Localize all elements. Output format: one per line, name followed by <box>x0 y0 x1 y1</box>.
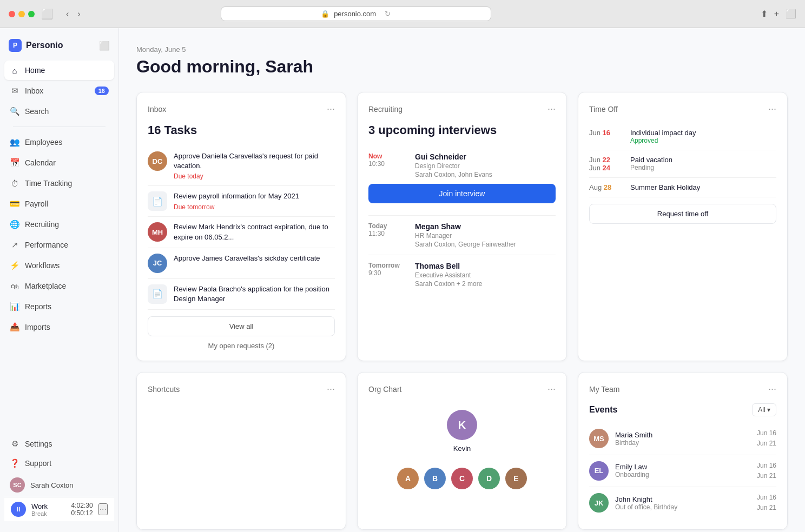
sidebar-label-support: Support <box>25 459 51 468</box>
org-chart-card-title: Org Chart <box>368 385 401 394</box>
event-date2-1: Jun 21 <box>757 438 776 449</box>
sidebar-item-marketplace[interactable]: 🛍 Marketplace <box>4 276 114 296</box>
interview-role-1: Design Director <box>415 162 492 170</box>
chevron-down-icon: ▾ <box>767 406 770 414</box>
timeoff-date-3: Aug 28 <box>589 183 622 191</box>
tabs-button[interactable]: ⬜ <box>786 9 796 19</box>
timeoff-item-3: Aug 28 Summer Bank Holiday <box>589 178 776 197</box>
sidebar-item-reports[interactable]: 📊 Reports <box>4 297 114 316</box>
event-dates-1: Jun 16 Jun 21 <box>757 428 776 449</box>
browser-chrome: ⬜ ‹ › 🔒 personio.com ↻ ⬆ + ⬜ <box>0 0 805 28</box>
open-requests-link[interactable]: My open requests (2) <box>148 342 335 350</box>
shortcuts-card-menu-button[interactable]: ··· <box>327 383 335 395</box>
timeoff-detail-1: Individual impact day Approved <box>630 129 776 144</box>
address-bar[interactable]: 🔒 personio.com ↻ <box>221 6 491 21</box>
tasks-count: 16 Tasks <box>148 123 335 137</box>
interview-details-2: Megan Shaw HR Manager Sarah Coxton, Geor… <box>415 222 516 248</box>
timeoff-card-title: Time Off <box>589 105 618 114</box>
interview-item-1: Now 10:30 Gui Schneider Design Director … <box>368 146 556 216</box>
sidebar-item-workflows[interactable]: ⚡ Workflows <box>4 256 114 275</box>
timeoff-detail-3: Summer Bank Holiday <box>630 183 776 191</box>
minimize-dot[interactable] <box>18 11 25 17</box>
forward-button[interactable]: › <box>75 7 82 21</box>
task-item-5[interactable]: 📄 Review Paola Bracho's application for … <box>148 279 335 310</box>
my-team-card-header: My Team ··· <box>589 383 776 395</box>
back-button[interactable]: ‹ <box>64 7 71 21</box>
timeoff-card-menu-button[interactable]: ··· <box>768 103 776 115</box>
sidebar: P Personio ⬜ ⌂ Home ✉ Inbox 16 🔍 Search … <box>0 28 119 532</box>
reload-icon[interactable]: ↻ <box>385 10 391 18</box>
task-item-2[interactable]: 📄 Review payroll information for May 202… <box>148 186 335 217</box>
timeoff-card-header: Time Off ··· <box>589 103 776 115</box>
performance-icon: ↗ <box>10 240 19 250</box>
share-button[interactable]: ⬆ <box>761 9 768 19</box>
task-due-1: Due today <box>174 172 335 180</box>
timer-times: 4:02:30 0:50:12 <box>71 502 93 517</box>
sidebar-item-search[interactable]: 🔍 Search <box>4 102 114 121</box>
request-time-off-button[interactable]: Request time off <box>589 204 776 224</box>
task-item-3[interactable]: MH Review Mark Hendrix's contract expira… <box>148 217 335 248</box>
task-doc-icon-5: 📄 <box>148 284 167 304</box>
event-date1-1: Jun 16 <box>757 428 776 438</box>
timeoff-item-1: Jun 16 Individual impact day Approved <box>589 123 776 150</box>
user-row[interactable]: SC Sarah Coxton <box>4 473 114 497</box>
sidebar-label-recruiting: Recruiting <box>25 220 59 229</box>
sidebar-toggle-button[interactable]: ⬜ <box>41 8 53 20</box>
timer-break-time: 0:50:12 <box>71 509 93 517</box>
event-row-1: MS Maria Smith Birthday Jun 16 Jun 21 <box>589 423 776 455</box>
join-interview-button[interactable]: Join interview <box>368 184 556 203</box>
support-icon: ❓ <box>10 458 19 468</box>
org-center-avatar: K <box>447 410 477 440</box>
sidebar-item-employees[interactable]: 👥 Employees <box>4 132 114 152</box>
event-person-1: Maria Smith <box>615 431 750 439</box>
timer-play-button[interactable]: ⏸ <box>11 502 26 517</box>
sidebar-label-search: Search <box>25 107 49 116</box>
sidebar-item-home[interactable]: ⌂ Home <box>4 61 114 80</box>
org-sub-5: E <box>505 468 527 489</box>
timeoff-name-1: Individual impact day <box>630 129 776 137</box>
sidebar-item-inbox[interactable]: ✉ Inbox 16 <box>4 81 114 101</box>
task-content-4: Approve James Caravellas's sickday certi… <box>174 254 320 263</box>
maximize-dot[interactable] <box>28 11 35 17</box>
marketplace-icon: 🛍 <box>10 281 19 291</box>
timer-status: Work <box>31 502 66 510</box>
close-dot[interactable] <box>9 11 15 17</box>
events-header: Events All ▾ <box>589 403 776 416</box>
page-date: Monday, June 5 <box>136 45 788 54</box>
new-tab-button[interactable]: + <box>774 9 779 19</box>
org-chart-card: Org Chart ··· K Kevin A B C D E <box>357 372 567 530</box>
events-filter-button[interactable]: All ▾ <box>752 403 776 416</box>
view-all-button[interactable]: View all <box>148 316 335 336</box>
my-team-card-menu-button[interactable]: ··· <box>768 383 776 395</box>
browser-dots <box>9 11 35 17</box>
timer-more-button[interactable]: ··· <box>98 503 108 515</box>
sidebar-item-support[interactable]: ❓ Support <box>4 454 114 473</box>
sidebar-item-settings[interactable]: ⚙ Settings <box>4 434 114 454</box>
sidebar-item-performance[interactable]: ↗ Performance <box>4 235 114 255</box>
home-icon: ⌂ <box>10 65 19 75</box>
interview-item-3: Tomorrow 9:30 Thomas Bell Executive Assi… <box>368 255 556 294</box>
task-avatar-3: MH <box>148 222 167 242</box>
event-person-3: John Knight <box>615 495 750 503</box>
task-content-1: Approve Daniella Caravellas's request fo… <box>174 151 335 180</box>
task-item[interactable]: DC Approve Daniella Caravellas's request… <box>148 146 335 186</box>
sidebar-item-time-tracking[interactable]: ⏱ Time Tracking <box>4 174 114 193</box>
user-avatar: SC <box>10 477 25 493</box>
event-person-2: Emily Law <box>615 463 750 471</box>
sidebar-item-calendar[interactable]: 📅 Calendar <box>4 153 114 172</box>
task-content-3: Review Mark Hendrix's contract expiratio… <box>174 222 335 242</box>
sidebar-logo: P Personio <box>9 39 63 52</box>
shortcuts-card-title: Shortcuts <box>148 385 180 394</box>
inbox-card-menu-button[interactable]: ··· <box>327 103 335 115</box>
event-date1-3: Jun 16 <box>757 493 776 503</box>
interview-name-3: Thomas Bell <box>415 262 482 270</box>
sidebar-nav: ⌂ Home ✉ Inbox 16 🔍 Search 👥 Employees 📅… <box>0 61 118 430</box>
sidebar-item-recruiting[interactable]: 🌐 Recruiting <box>4 215 114 234</box>
sidebar-item-imports[interactable]: 📥 Imports <box>4 317 114 337</box>
sidebar-item-payroll[interactable]: 💳 Payroll <box>4 194 114 214</box>
org-chart-card-menu-button[interactable]: ··· <box>547 383 556 395</box>
recruiting-card-menu-button[interactable]: ··· <box>547 103 556 115</box>
sidebar-collapse-button[interactable]: ⬜ <box>99 41 110 51</box>
events-label: Events <box>589 405 617 415</box>
task-item-4[interactable]: JC Approve James Caravellas's sickday ce… <box>148 248 335 279</box>
